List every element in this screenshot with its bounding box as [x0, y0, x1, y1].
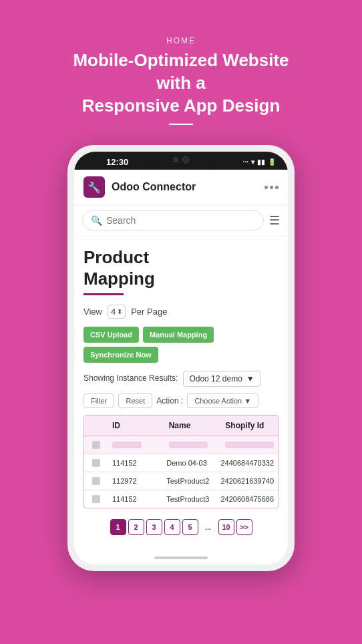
row-checkbox[interactable] — [92, 495, 100, 503]
phone-shell: 12:30 ··· ▾ ▮▮ 🔋 🔧 Odoo Connector — [67, 145, 295, 571]
manual-mapping-button[interactable]: Manual Mapping — [143, 327, 214, 343]
instance-label: Showing Instance Results: — [83, 373, 178, 384]
status-icons: ··· ▾ ▮▮ 🔋 — [243, 158, 276, 166]
view-label: View — [83, 307, 102, 317]
page-title-underline — [83, 293, 124, 295]
per-page-select[interactable]: 4 ⬍ — [108, 305, 126, 319]
cell-shopify-id: 2420608475686 — [216, 490, 278, 508]
search-input[interactable] — [106, 215, 255, 226]
title-underline — [169, 124, 193, 125]
pagination-ellipsis: ... — [200, 519, 216, 535]
page-next-button[interactable]: >> — [236, 519, 252, 535]
page-5-button[interactable]: 5 — [182, 519, 198, 535]
instance-select[interactable]: Odoo 12 demo ▼ — [183, 371, 260, 387]
page-2-button[interactable]: 2 — [128, 519, 144, 535]
row-checkbox[interactable] — [92, 477, 100, 485]
filter-row: Filter Reset Action : Choose Action ▼ — [83, 393, 279, 408]
page-4-button[interactable]: 4 — [164, 519, 180, 535]
cell-shopify-id: 2420621639740 — [216, 472, 278, 490]
cell-name: Demo 04-03 — [162, 454, 216, 472]
instance-value: Odoo 12 demo — [189, 374, 242, 383]
instance-row: Showing Instance Results: Odoo 12 demo ▼ — [83, 371, 279, 387]
table-row — [84, 436, 278, 454]
view-row: View 4 ⬍ Per Page — [83, 305, 279, 319]
home-label: HOME — [53, 36, 309, 45]
cell-id: 114152 — [108, 490, 162, 508]
dropdown-arrow-icon: ▼ — [246, 374, 254, 383]
notch — [141, 152, 221, 168]
content-area: Product Mapping View 4 ⬍ Per Page CSV Up… — [74, 236, 288, 550]
status-bar: 12:30 ··· ▾ ▮▮ 🔋 — [74, 152, 288, 170]
product-table: ID Name Shopify Id 114152 Demo 04-03 24 — [83, 415, 279, 508]
filter-button[interactable]: Filter — [83, 393, 114, 408]
th-checkbox — [84, 416, 108, 436]
page-1-button[interactable]: 1 — [110, 519, 126, 535]
cell-id: 112972 — [108, 472, 162, 490]
pagination: 1 2 3 4 5 ... 10 >> — [83, 516, 279, 540]
cell-name: TestProduct3 — [162, 490, 216, 508]
row-checkbox[interactable] — [92, 441, 100, 449]
search-icon: 🔍 — [91, 215, 102, 226]
th-shopify-id: Shopify Id — [221, 416, 278, 436]
table-header-row: ID Name Shopify Id — [84, 416, 278, 436]
synchronize-now-button[interactable]: Synchronize Now — [83, 347, 158, 363]
csv-upload-button[interactable]: CSV Upload — [83, 327, 139, 343]
search-bar: 🔍 ☰ — [74, 205, 288, 236]
per-page-value: 4 — [111, 307, 116, 317]
status-time: 12:30 — [106, 157, 128, 167]
phone-inner: 12:30 ··· ▾ ▮▮ 🔋 🔧 Odoo Connector — [74, 152, 288, 564]
spinner-icon: ⬍ — [117, 308, 122, 315]
choose-action-button[interactable]: Choose Action ▼ — [187, 393, 258, 408]
row-checkbox[interactable] — [92, 459, 100, 467]
th-name: Name — [165, 416, 222, 436]
cell-id: 114152 — [108, 454, 162, 472]
page-3-button[interactable]: 3 — [146, 519, 162, 535]
page-10-button[interactable]: 10 — [218, 519, 234, 535]
action-buttons: CSV Upload Manual Mapping Synchronize No… — [83, 327, 279, 363]
main-title: Mobile-Optimized Website with a Responsi… — [53, 49, 309, 117]
home-pill — [154, 556, 208, 559]
app-title: Odoo Connector — [112, 181, 258, 193]
hamburger-menu-icon[interactable]: ☰ — [269, 213, 280, 228]
per-page-label: Per Page — [131, 307, 167, 317]
table-row: 114152 TestProduct3 2420608475686 — [84, 490, 278, 508]
cell-name: TestProduct2 — [162, 472, 216, 490]
table-row: 114152 Demo 04-03 2440684470332 — [84, 454, 278, 472]
phone-bottom — [74, 551, 288, 565]
action-label: Action : — [156, 396, 183, 406]
page-title: Product Mapping — [83, 247, 279, 289]
page-header: HOME Mobile-Optimized Website with a Res… — [0, 0, 362, 145]
app-bar: 🔧 Odoo Connector — [74, 170, 288, 205]
more-options-button[interactable] — [264, 186, 279, 189]
reset-button[interactable]: Reset — [118, 393, 152, 408]
cell-shopify-id: 2440684470332 — [216, 454, 278, 472]
search-input-wrapper: 🔍 — [82, 210, 264, 230]
th-id: ID — [108, 416, 165, 436]
table-row: 112972 TestProduct2 2420621639740 — [84, 472, 278, 490]
app-icon: 🔧 — [83, 176, 105, 198]
